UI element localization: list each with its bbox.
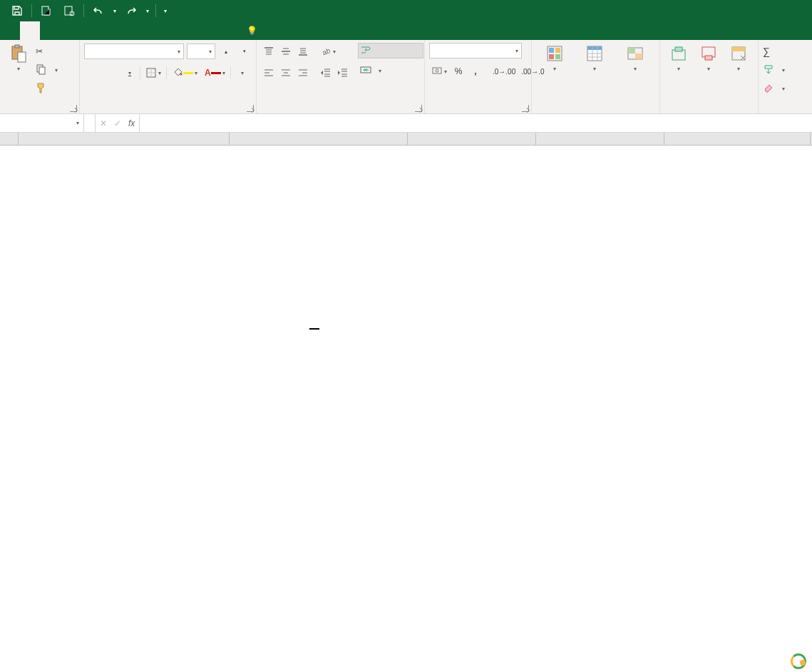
svg-rect-51: [587, 46, 602, 50]
svg-rect-1: [65, 6, 72, 15]
svg-rect-57: [628, 48, 635, 54]
align-bottom-button[interactable]: [295, 44, 311, 59]
svg-rect-7: [39, 67, 45, 74]
formula-input[interactable]: [140, 114, 812, 132]
svg-rect-46: [549, 48, 554, 53]
paste-icon: [9, 44, 28, 63]
dialog-launcher-icon[interactable]: [247, 105, 254, 112]
svg-rect-58: [635, 54, 642, 59]
chevron-down-icon: ▾: [17, 66, 20, 73]
phonetic-button[interactable]: [234, 65, 250, 81]
merge-icon: [360, 64, 371, 78]
tab-view[interactable]: [140, 21, 160, 40]
svg-rect-62: [705, 56, 712, 60]
bucket-icon: [172, 66, 183, 80]
column-header[interactable]: [536, 133, 664, 145]
fill-color-button[interactable]: [170, 65, 200, 81]
redo-icon[interactable]: [121, 2, 141, 19]
dialog-launcher-icon[interactable]: [522, 105, 529, 112]
select-all-corner[interactable]: [0, 133, 19, 145]
number-format-combo[interactable]: ▾: [429, 43, 522, 58]
lightbulb-icon: 💡: [247, 26, 257, 36]
italic-button[interactable]: [103, 65, 118, 81]
clear-button[interactable]: ▾: [763, 80, 785, 97]
align-top-button[interactable]: [261, 44, 277, 59]
format-as-table-button[interactable]: ▾: [575, 43, 615, 73]
decrease-font-button[interactable]: ▾: [237, 44, 252, 59]
fill-down-icon: [763, 63, 774, 77]
column-header[interactable]: [230, 133, 408, 145]
comma-button[interactable]: ,: [468, 63, 483, 79]
format-cells-button[interactable]: ▾: [724, 43, 753, 73]
merge-center-button[interactable]: [358, 63, 431, 78]
fill-button[interactable]: ▾: [763, 61, 785, 78]
format-painter-button[interactable]: [36, 80, 58, 97]
name-box[interactable]: ▾: [0, 114, 84, 132]
grid-rows: [0, 146, 812, 672]
increase-decimal-button[interactable]: .0→.00: [490, 63, 518, 79]
increase-indent-button[interactable]: [335, 65, 351, 81]
column-header[interactable]: [19, 133, 230, 145]
align-center-button[interactable]: [278, 65, 294, 81]
decrease-indent-button[interactable]: [318, 65, 334, 81]
tab-pdf[interactable]: [180, 21, 200, 40]
align-right-button[interactable]: [295, 65, 311, 81]
tab-wps[interactable]: [200, 21, 220, 40]
align-middle-button[interactable]: [278, 44, 294, 59]
tab-layout[interactable]: [60, 21, 80, 40]
tab-review[interactable]: [120, 21, 140, 40]
underline-button[interactable]: [121, 65, 137, 81]
group-font: ▾ ▾ ▴ ▾ A: [80, 40, 257, 113]
group-cells: ▾ ▾ ▾: [660, 40, 759, 113]
group-alignment: ab: [257, 40, 425, 113]
svg-rect-43: [433, 68, 441, 73]
paste-button[interactable]: ▾: [4, 43, 33, 73]
percent-button[interactable]: %: [451, 63, 466, 79]
cut-button[interactable]: ✂: [36, 43, 58, 60]
cancel-icon[interactable]: ✕: [100, 118, 107, 128]
align-left-button[interactable]: [261, 65, 277, 81]
save-icon[interactable]: [7, 2, 27, 19]
border-button[interactable]: [143, 65, 163, 81]
brush-icon: [36, 82, 47, 96]
undo-dropdown-icon[interactable]: ▾: [111, 2, 118, 19]
qat-icon-2[interactable]: [59, 2, 79, 19]
svg-rect-64: [732, 47, 745, 51]
svg-point-44: [436, 69, 438, 72]
enter-icon[interactable]: ✓: [114, 118, 121, 128]
autosum-button[interactable]: ∑: [763, 43, 775, 60]
font-color-button[interactable]: A: [202, 65, 227, 81]
tab-file[interactable]: [0, 21, 20, 40]
tab-data[interactable]: [100, 21, 120, 40]
tab-dev[interactable]: [160, 21, 180, 40]
group-editing: ∑ ▾ ▾: [759, 40, 812, 113]
cell-styles-button[interactable]: ▾: [615, 43, 655, 73]
bold-button[interactable]: [84, 65, 100, 81]
orientation-button[interactable]: ab: [318, 44, 338, 59]
tab-insert[interactable]: [40, 21, 60, 40]
tab-home[interactable]: [20, 21, 40, 40]
tab-formulas[interactable]: [80, 21, 100, 40]
accounting-format-button[interactable]: [429, 63, 449, 79]
redo-dropdown-icon[interactable]: ▾: [144, 2, 151, 19]
wrap-text-button[interactable]: [358, 43, 423, 58]
tab-baidu[interactable]: [220, 21, 240, 40]
conditional-format-button[interactable]: ▾: [536, 43, 573, 73]
tell-me-search[interactable]: 💡: [240, 21, 262, 40]
qat-icon-1[interactable]: [36, 2, 56, 19]
svg-rect-4: [15, 45, 19, 48]
dialog-launcher-icon[interactable]: [415, 105, 422, 112]
qat-customize-icon[interactable]: ▾: [160, 2, 170, 19]
increase-font-button[interactable]: ▴: [218, 44, 234, 59]
svg-rect-49: [555, 54, 560, 59]
font-size-combo[interactable]: ▾: [187, 44, 215, 59]
fx-icon[interactable]: fx: [128, 118, 135, 128]
column-header[interactable]: [408, 133, 536, 145]
delete-cells-button[interactable]: ▾: [694, 43, 723, 73]
column-header[interactable]: [664, 133, 811, 145]
dialog-launcher-icon[interactable]: [70, 105, 77, 112]
insert-cells-button[interactable]: ▾: [664, 43, 693, 73]
copy-button[interactable]: ▾: [36, 61, 58, 78]
undo-icon[interactable]: [88, 2, 108, 19]
font-name-combo[interactable]: ▾: [84, 44, 184, 59]
